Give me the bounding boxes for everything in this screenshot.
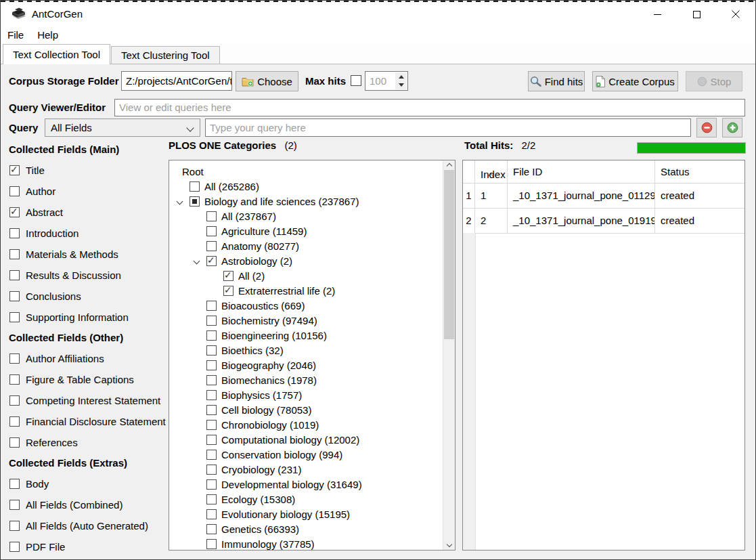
add-query-button[interactable] bbox=[722, 118, 742, 137]
checkbox[interactable] bbox=[9, 521, 20, 531]
checkbox[interactable] bbox=[9, 270, 20, 280]
tree-item-genetics-66393[interactable]: Genetics (66393) bbox=[169, 521, 443, 536]
tree-item-computational-biology-12002[interactable]: Computational biology (12002) bbox=[169, 432, 443, 447]
stop-button[interactable]: Stop bbox=[686, 71, 742, 91]
tree-checkbox[interactable] bbox=[206, 509, 217, 519]
scroll-down-button[interactable] bbox=[443, 539, 455, 550]
menu-help[interactable]: Help bbox=[30, 28, 65, 42]
tree-scrollbar[interactable] bbox=[443, 160, 455, 550]
checkbox[interactable] bbox=[9, 374, 20, 385]
tree-checkbox[interactable] bbox=[206, 330, 217, 341]
tree-checkbox[interactable] bbox=[206, 539, 217, 549]
query-input[interactable]: Type your query here bbox=[205, 119, 691, 137]
field-checkbox-financial-disclosure-statement[interactable]: Financial Disclosure Statement bbox=[1, 411, 169, 432]
column-header-status[interactable]: Status bbox=[655, 160, 744, 183]
field-checkbox-conclusions[interactable]: Conclusions bbox=[1, 286, 169, 307]
tree-item-all-265286[interactable]: All (265286) bbox=[169, 179, 443, 194]
spin-up-button[interactable] bbox=[395, 72, 407, 81]
field-checkbox-author-affiliations[interactable]: Author Affiliations bbox=[1, 348, 169, 369]
field-checkbox-all-fields-combined[interactable]: All Fields (Combined) bbox=[1, 494, 169, 515]
table-row[interactable]: 11_10_1371_journal_pone_0112979created bbox=[463, 183, 744, 209]
tree-checkbox[interactable] bbox=[206, 211, 217, 221]
tree-item-anatomy-80277[interactable]: Anatomy (80277) bbox=[169, 238, 443, 253]
close-button[interactable] bbox=[716, 1, 755, 28]
field-checkbox-author[interactable]: Author bbox=[1, 181, 169, 202]
tree-checkbox[interactable] bbox=[206, 524, 217, 534]
expander-icon[interactable] bbox=[193, 259, 206, 263]
field-checkbox-pdf-file[interactable]: PDF File bbox=[1, 536, 169, 557]
tree-item-agriculture-11459[interactable]: Agriculture (11459) bbox=[169, 223, 443, 238]
tree-checkbox[interactable]: ✓ bbox=[223, 286, 234, 296]
tree-item-cryobiology-231[interactable]: Cryobiology (231) bbox=[169, 462, 443, 477]
field-checkbox-supporting-information[interactable]: Supporting Information bbox=[1, 307, 169, 328]
checkbox[interactable] bbox=[9, 228, 20, 238]
find-hits-button[interactable]: Find hits bbox=[528, 71, 585, 91]
tree-item-biomechanics-1978[interactable]: Biomechanics (1978) bbox=[169, 372, 443, 387]
tree-item-cell-biology-78053[interactable]: Cell biology (78053) bbox=[169, 402, 443, 417]
tree-item-astrobiology-2[interactable]: ✓Astrobiology (2) bbox=[169, 253, 443, 268]
checkbox[interactable] bbox=[9, 479, 20, 489]
field-checkbox-references[interactable]: References bbox=[1, 432, 169, 453]
tree-item-all-237867[interactable]: All (237867) bbox=[169, 209, 443, 223]
field-checkbox-introduction[interactable]: Introduction bbox=[1, 223, 169, 244]
tree-item-biochemistry-97494[interactable]: Biochemistry (97494) bbox=[169, 313, 443, 328]
tree-checkbox[interactable] bbox=[206, 465, 217, 475]
field-checkbox-all-fields-auto-generated[interactable]: All Fields (Auto Generated) bbox=[1, 515, 169, 536]
tree-checkbox[interactable] bbox=[206, 360, 217, 370]
query-field-select[interactable]: All Fields bbox=[45, 119, 200, 137]
column-header-file-id[interactable]: File ID bbox=[508, 160, 655, 183]
menu-file[interactable]: File bbox=[1, 28, 30, 42]
corpus-folder-input[interactable]: Z:/projects/AntCorGen/te bbox=[121, 71, 232, 91]
tree-checkbox[interactable] bbox=[206, 435, 217, 445]
checkbox[interactable] bbox=[9, 312, 20, 322]
checkbox[interactable] bbox=[9, 416, 20, 427]
tree-item-bioethics-32[interactable]: Bioethics (32) bbox=[169, 343, 443, 358]
tree-item-bioengineering-10156[interactable]: Bioengineering (10156) bbox=[169, 328, 443, 343]
checkbox[interactable]: ✓ bbox=[9, 207, 20, 217]
maximize-button[interactable] bbox=[677, 1, 716, 28]
tree-item-root[interactable]: Root bbox=[169, 164, 443, 179]
tree-item-all-2[interactable]: ✓All (2) bbox=[169, 268, 443, 283]
tree-checkbox[interactable] bbox=[206, 226, 217, 236]
checkbox[interactable] bbox=[9, 186, 20, 196]
field-checkbox-abstract[interactable]: ✓Abstract bbox=[1, 202, 169, 223]
tree-checkbox[interactable] bbox=[190, 196, 200, 207]
tree-item-biogeography-2046[interactable]: Biogeography (2046) bbox=[169, 358, 443, 372]
tree-item-conservation-biology-994[interactable]: Conservation biology (994) bbox=[169, 447, 443, 462]
checkbox[interactable]: ✓ bbox=[9, 165, 20, 175]
tree-item-ecology-15308[interactable]: Ecology (15308) bbox=[169, 492, 443, 507]
checkbox[interactable] bbox=[9, 542, 20, 552]
tree-checkbox[interactable]: ✓ bbox=[223, 271, 234, 281]
tree-checkbox[interactable] bbox=[206, 345, 217, 356]
tree-item-extraterrestrial-life-2[interactable]: ✓Extraterrestrial life (2) bbox=[169, 283, 443, 298]
tree-checkbox[interactable]: ✓ bbox=[206, 256, 217, 266]
tree-checkbox[interactable] bbox=[206, 420, 217, 430]
checkbox[interactable] bbox=[9, 291, 20, 301]
tree-item-immunology-37785[interactable]: Immunology (37785) bbox=[169, 536, 443, 550]
tree-checkbox[interactable] bbox=[206, 494, 217, 504]
tree-checkbox[interactable] bbox=[206, 479, 217, 490]
field-checkbox-materials-methods[interactable]: Materials & Methods bbox=[1, 244, 169, 265]
tree-checkbox[interactable] bbox=[206, 241, 217, 251]
scrollbar-thumb[interactable] bbox=[444, 170, 454, 339]
checkbox[interactable] bbox=[9, 395, 20, 406]
checkbox[interactable] bbox=[9, 500, 20, 510]
spin-down-button[interactable] bbox=[395, 81, 407, 90]
max-hits-spinbox[interactable]: 100 bbox=[365, 71, 408, 91]
tree-item-biophysics-1757[interactable]: Biophysics (1757) bbox=[169, 387, 443, 402]
tab-text-clustering-tool[interactable]: Text Clustering Tool bbox=[111, 46, 220, 64]
choose-button[interactable]: Choose bbox=[236, 71, 298, 91]
tree-item-evolutionary-biology-15195[interactable]: Evolutionary biology (15195) bbox=[169, 507, 443, 521]
tree-checkbox[interactable] bbox=[206, 450, 217, 460]
query-viewer-input[interactable]: View or edit queries here bbox=[114, 99, 745, 116]
tree-item-bioacoustics-669[interactable]: Bioacoustics (669) bbox=[169, 298, 443, 313]
checkbox[interactable] bbox=[9, 249, 20, 259]
minimize-button[interactable] bbox=[638, 1, 677, 28]
tree-item-biology-and-life-sciences-237867[interactable]: Biology and life sciences (237867) bbox=[169, 194, 443, 209]
column-header-index[interactable]: Index bbox=[475, 160, 508, 183]
field-checkbox-results-discussion[interactable]: Results & Discussion bbox=[1, 265, 169, 286]
tree-checkbox[interactable] bbox=[206, 301, 217, 311]
tree-checkbox[interactable] bbox=[190, 181, 200, 192]
checkbox[interactable] bbox=[9, 437, 20, 448]
tree-item-chronobiology-1019[interactable]: Chronobiology (1019) bbox=[169, 417, 443, 432]
